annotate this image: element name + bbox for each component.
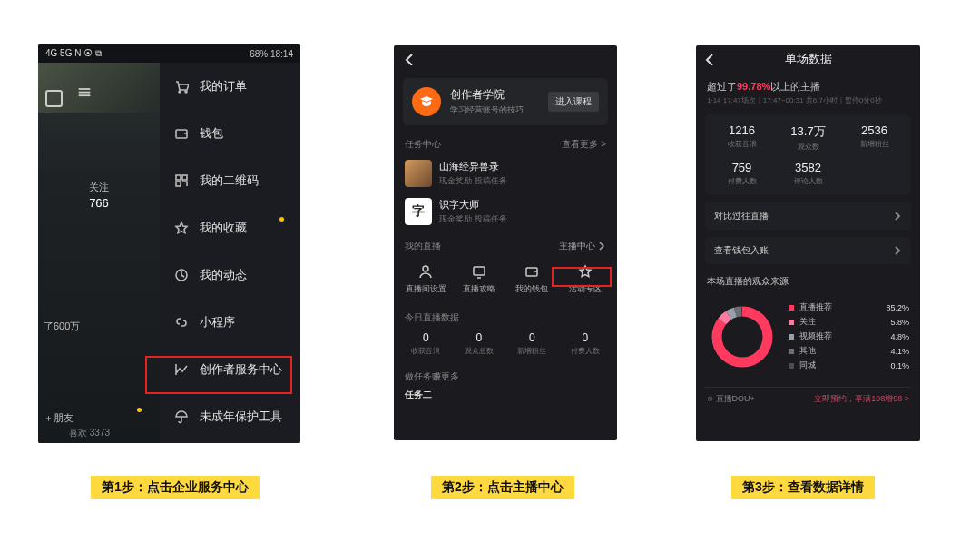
svg-point-0 (179, 91, 181, 93)
swatch (789, 305, 794, 310)
label: 对比过往直播 (714, 210, 769, 222)
follow-count: 766 (38, 196, 160, 210)
live-guide[interactable]: 直播攻略 (456, 263, 502, 295)
swatch (789, 349, 794, 354)
compare-past[interactable]: 对比过往直播 (705, 202, 911, 230)
donut-chart (707, 301, 778, 372)
today-stats: 0收获音浪 0观众总数 0新增粉丝 0付费人数 (394, 328, 617, 365)
grid-cell: 3582评论人数 (775, 161, 841, 186)
surpass-pre: 超过了 (707, 81, 737, 92)
more-tasks-title: 做任务赚更多 (394, 365, 617, 385)
swatch (789, 363, 794, 369)
chevron-right-icon (893, 246, 902, 255)
label: 直播间设置 (403, 283, 448, 295)
svg-point-7 (423, 266, 428, 271)
highlight-box-step1 (145, 356, 292, 394)
task2-title: 识字大师 (439, 198, 507, 212)
chevron-right-icon (893, 212, 902, 221)
menu-wallet[interactable]: 钱包 (160, 110, 300, 157)
link-icon (174, 315, 189, 330)
dou-link[interactable]: 立即预约，享满198增98 > (814, 393, 909, 405)
task1-sub: 现金奖励 投稿任务 (439, 175, 507, 187)
wallet-icon (524, 263, 540, 280)
label: 我的订单 (200, 78, 247, 94)
back-icon[interactable] (703, 53, 716, 65)
menu-orders[interactable]: 我的订单 (160, 63, 300, 110)
umbrella-icon (174, 409, 189, 424)
clock-icon (174, 268, 189, 282)
svg-point-1 (185, 91, 187, 93)
menu-qr[interactable]: 我的二维码 (160, 157, 300, 204)
person-icon (417, 263, 434, 280)
task2-sub: 现金奖励 投稿任务 (439, 213, 507, 225)
page-title: 单场数据 (785, 51, 832, 67)
label: 我的二维码 (200, 172, 259, 189)
hamburger-icon[interactable] (79, 88, 91, 90)
back-icon[interactable] (403, 53, 416, 65)
status-battery: 68% (250, 49, 268, 59)
status-signal: 4G 5G N ⦿ ⧉ (45, 48, 102, 59)
svg-rect-3 (176, 175, 181, 180)
enter-course-button[interactable]: 进入课程 (548, 92, 599, 112)
academy-sub: 学习经营账号的技巧 (450, 104, 539, 116)
grid-cell: 759付费人数 (709, 161, 775, 186)
star-icon (174, 221, 189, 235)
label: 直播攻略 (456, 283, 502, 295)
swatch (789, 320, 794, 325)
dou-plus-row[interactable]: ⊙ 直播DOU+ 立即预约，享满198增98 > (705, 387, 911, 410)
add-friend-button[interactable]: ＋朋友 (44, 411, 134, 425)
likes-line: 了600万 (44, 320, 80, 333)
session-sub: 1·14 17:47场次｜17:47~00:31 共6.7小时｜暂停0分0秒 (696, 95, 920, 114)
legend-row: 其他4.1% (789, 345, 909, 357)
stat-paying: 0付费人数 (571, 331, 600, 356)
status-time: 18:14 (270, 49, 293, 59)
streamer-center-link[interactable]: 主播中心 (559, 240, 606, 252)
stats-grid: 1216收获音浪 13.7万观众数 2536新增粉丝 759付费人数 3582评… (705, 114, 911, 195)
task-item-1[interactable]: 山海经异兽录 现金奖励 投稿任务 (394, 154, 617, 192)
stat-income: 0收获音浪 (411, 331, 440, 356)
task-two-label: 任务二 (394, 385, 617, 401)
academy-icon (412, 87, 441, 116)
audience-source: 直播推荐85.2% 关注5.8% 视频推荐4.8% 其他4.1% 同城0.1% (705, 293, 911, 380)
label: 查看钱包入账 (714, 244, 769, 257)
today-data-title: 今日直播数据 (394, 304, 617, 328)
label: 我的收藏 (200, 220, 247, 236)
caption-step1: 第1步：点击企业服务中心 (91, 476, 260, 499)
grid-cell: 13.7万观众数 (775, 123, 841, 152)
bottom-likes: 喜欢 3373 (69, 427, 110, 439)
legend: 直播推荐85.2% 关注5.8% 视频推荐4.8% 其他4.1% 同城0.1% (789, 299, 909, 374)
wallet-income[interactable]: 查看钱包入账 (705, 237, 911, 264)
profile-photo (38, 63, 160, 113)
my-live-title: 我的直播 (405, 240, 441, 252)
menu-moments[interactable]: 我的动态 (160, 251, 300, 299)
menu-minor-protection[interactable]: 未成年保护工具 (160, 393, 300, 440)
legend-row: 视频推荐4.8% (789, 330, 909, 342)
caption-step2: 第2步：点击主播中心 (431, 476, 574, 499)
grid-cell (841, 161, 907, 186)
live-settings[interactable]: 直播间设置 (403, 263, 448, 295)
label: 小程序 (200, 314, 235, 330)
grid-cell: 2536新增粉丝 (841, 123, 907, 152)
notification-dot (279, 217, 284, 222)
menu-favorites[interactable]: 我的收藏 (160, 204, 300, 251)
surpass-post: 以上的主播 (770, 81, 820, 92)
task-center-head: 任务中心 查看更多 > (394, 131, 617, 154)
header (394, 45, 617, 73)
svg-rect-8 (474, 267, 485, 275)
my-wallet[interactable]: 我的钱包 (509, 263, 554, 295)
svg-rect-5 (176, 182, 181, 186)
legend-row: 同城0.1% (789, 360, 909, 371)
svg-rect-4 (182, 175, 187, 180)
task-center-more[interactable]: 查看更多 > (562, 138, 606, 151)
status-bar: 4G 5G N ⦿ ⧉ 68% 18:14 (38, 44, 300, 63)
task-item-2[interactable]: 字 识字大师 现金奖励 投稿任务 (394, 192, 617, 231)
follow-stat[interactable]: 关注 766 (38, 181, 160, 210)
academy-title: 创作者学院 (450, 87, 539, 103)
menu-miniapp[interactable]: 小程序 (160, 299, 300, 346)
creator-academy-card[interactable]: 创作者学院 学习经营账号的技巧 进入课程 (403, 78, 608, 125)
legend-row: 直播推荐85.2% (789, 301, 909, 313)
task-center-title: 任务中心 (405, 138, 441, 151)
cart-icon (174, 79, 189, 94)
my-live-head: 我的直播 主播中心 (394, 231, 617, 258)
caption-step3: 第3步：查看数据详情 (731, 476, 875, 499)
